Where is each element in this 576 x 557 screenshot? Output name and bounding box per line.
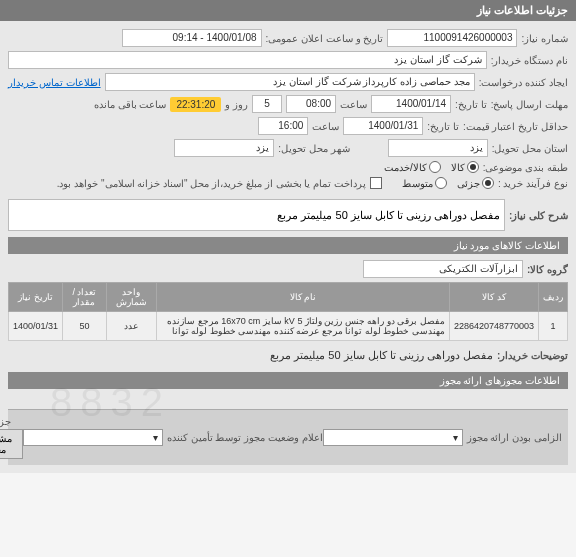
purchase-type-label: نوع فرآیند خرید : [498,178,568,189]
countdown-timer: 22:31:20 [170,97,221,112]
cell-code: 2286420748770003 [449,312,538,341]
view-permit-button[interactable]: مشاهده مجوز [0,429,23,459]
reply-date-value: 1400/01/14 [371,95,451,113]
partial-pay-checkbox[interactable] [370,177,382,189]
th-code: کد کالا [449,283,538,312]
remaining-label: ساعت باقی مانده [94,99,167,110]
cell-date: 1400/01/31 [9,312,63,341]
description-input[interactable] [8,199,505,231]
creator-label: ایجاد کننده درخواست: [479,77,568,88]
required-label: الزامی بودن ارائه مجوز [467,432,562,443]
radio-icon [435,177,447,189]
th-date: تاریخ نیاز [9,283,63,312]
footer-row: الزامی بودن ارائه مجوز ▾ اعلام وضعیت مجو… [8,409,568,465]
cell-unit: عدد [106,312,156,341]
buyer-org-label: نام دستگاه خریدار: [491,55,568,66]
medium-option-label: متوسط [402,178,433,189]
radio-checked-icon [482,177,494,189]
days-value: 5 [252,95,282,113]
creator-value: مجد حماصی زاده کارپرداز شرکت گاز استان ی… [105,73,475,91]
announce-value: 1400/01/08 - 09:14 [122,29,262,47]
budget-category-label: طبقه بندی موضوعی: [483,162,568,173]
status-label: اعلام وضعیت مجوز توسط تأمین کننده [167,432,323,443]
details-body: شماره نیاز: 1100091426000003 تاریخ و ساع… [0,21,576,473]
buyer-notes-label: توضیحات خریدار: [497,350,568,361]
th-unit: واحد شمارش [106,283,156,312]
small-radio[interactable]: جزئی [457,177,494,189]
buyer-org-value: شرکت گاز استان یزد [8,51,487,69]
goods-section-header: اطلاعات کالاهای مورد نیاز [8,237,568,254]
radio-checked-icon [467,161,479,173]
price-time-label: ساعت [312,121,339,132]
small-option-label: جزئی [457,178,480,189]
delivery-province-value: یزد [388,139,488,157]
buyer-notes-value: مفصل دوراهی رزینی تا کابل سایز 50 میلیمت… [270,349,493,362]
th-qty: تعداد / مقدار [63,283,107,312]
need-number-value: 1100091426000003 [387,29,517,47]
service-radio[interactable]: کالا/خدمت [384,161,441,173]
price-validity-label: حداقل تاریخ اعتبار قیمت: [463,121,568,132]
cell-name: مفصل برقی دو راهه جنس رزین ولتاژ 5 kV سا… [156,312,449,341]
table-header-row: ردیف کد کالا نام کالا واحد شمارش تعداد /… [9,283,568,312]
price-time-value: 16:00 [258,117,308,135]
panel-title: جزئیات اطلاعات نیاز [0,0,576,21]
radio-icon [429,161,441,173]
goods-option-label: کالا [451,162,465,173]
cell-idx: 1 [539,312,568,341]
cell-qty: 50 [63,312,107,341]
th-row: ردیف [539,283,568,312]
goods-radio[interactable]: کالا [451,161,479,173]
details-label: جزئیات [0,416,11,427]
need-number-label: شماره نیاز: [521,33,568,44]
purchase-radio-group: جزئی متوسط [402,177,494,189]
table-row[interactable]: 1 2286420748770003 مفصل برقی دو راهه جنس… [9,312,568,341]
th-name: نام کالا [156,283,449,312]
group-label: گروه کالا: [527,264,568,275]
required-select[interactable]: ▾ [323,429,463,446]
price-date-value: 1400/01/31 [343,117,423,135]
goods-table: ردیف کد کالا نام کالا واحد شمارش تعداد /… [8,282,568,341]
category-radio-group: کالا کالا/خدمت [384,161,479,173]
service-option-label: کالا/خدمت [384,162,427,173]
reply-time-label: ساعت [340,99,367,110]
reply-deadline-label: مهلت ارسال پاسخ: [491,99,568,110]
delivery-city-label: شهر محل تحویل: [278,143,349,154]
partial-pay-label: پرداخت تمام یا بخشی از مبلغ خرید،از محل … [57,178,366,189]
status-select[interactable]: ▾ [23,429,163,446]
description-label: شرح کلی نیاز: [509,210,568,221]
announce-label: تاریخ و ساعت اعلان عمومی: [266,33,384,44]
contact-link[interactable]: اطلاعات تماس خریدار [8,77,101,88]
permits-header: اطلاعات مجوزهای ارائه مجوز [8,372,568,389]
medium-radio[interactable]: متوسط [402,177,447,189]
reply-time-value: 08:00 [286,95,336,113]
delivery-province-label: استان محل تحویل: [492,143,568,154]
reply-date-label: تا تاریخ: [455,99,487,110]
price-date-label: تا تاریخ: [427,121,459,132]
days-label: روز و [225,99,248,110]
group-value: ابزارآلات الکتریکی [363,260,523,278]
delivery-city-value: یزد [174,139,274,157]
